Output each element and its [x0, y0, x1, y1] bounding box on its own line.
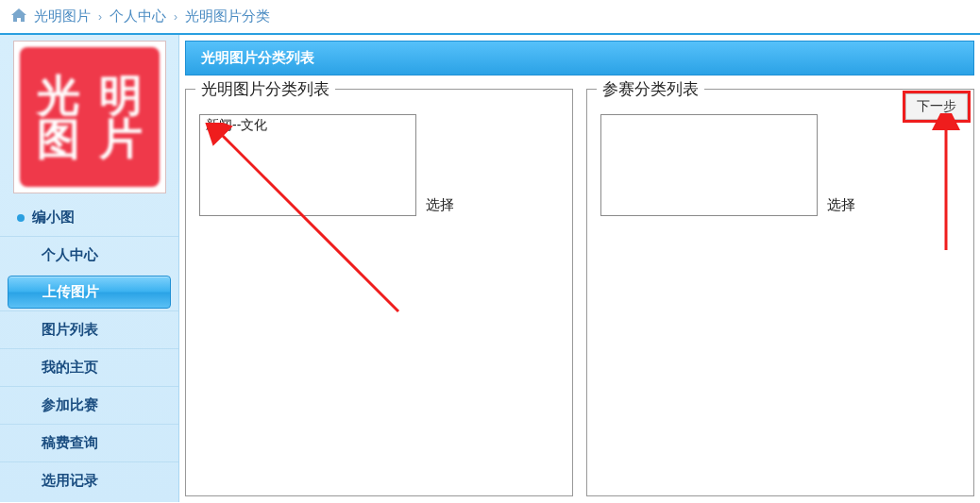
- next-button[interactable]: 下一步: [903, 91, 971, 123]
- contest-panel: 参赛分类列表 选择: [586, 89, 974, 496]
- logo-image: 光明 图片: [20, 47, 160, 187]
- sidebar-item-upload-image[interactable]: 上传图片: [8, 276, 171, 309]
- contest-listbox[interactable]: [600, 114, 818, 216]
- user-name: 编小图: [0, 205, 178, 236]
- category-panel: 光明图片分类列表 新闻--文化 选择: [185, 89, 573, 496]
- category-listbox[interactable]: 新闻--文化: [199, 114, 416, 216]
- breadcrumb-item-3[interactable]: 光明图片分类: [185, 8, 270, 25]
- contest-panel-legend: 参赛分类列表: [597, 78, 704, 100]
- content-area: 光明图片分类列表 光明图片分类列表 新闻--文化 选择 参赛分类列表 选择 下: [179, 35, 980, 502]
- chevron-right-icon: ›: [174, 10, 177, 24]
- select-button[interactable]: 选择: [827, 196, 855, 216]
- select-button[interactable]: 选择: [426, 196, 454, 216]
- sidebar-item-my-homepage[interactable]: 我的主页: [0, 348, 178, 386]
- chevron-right-icon: ›: [98, 10, 102, 24]
- logo-box: 光明 图片: [13, 41, 166, 193]
- sidebar-menu: 个人中心 上传图片 图片列表 我的主页 参加比赛 稿费查询 选用记录: [0, 236, 178, 499]
- category-panel-legend: 光明图片分类列表: [195, 78, 335, 100]
- content-header: 光明图片分类列表: [185, 41, 974, 75]
- sidebar-item-join-contest[interactable]: 参加比赛: [0, 386, 178, 424]
- sidebar: 光明 图片 编小图 个人中心 上传图片 图片列表 我的主页 参加比赛 稿费查询 …: [0, 35, 179, 502]
- user-name-label: 编小图: [32, 209, 75, 226]
- sidebar-item-image-list[interactable]: 图片列表: [0, 310, 178, 348]
- sidebar-item-personal-center[interactable]: 个人中心: [0, 236, 178, 274]
- sidebar-item-usage-records[interactable]: 选用记录: [0, 461, 178, 499]
- breadcrumb: 光明图片 › 个人中心 › 光明图片分类: [0, 0, 980, 33]
- breadcrumb-item-2[interactable]: 个人中心: [110, 8, 166, 25]
- list-item[interactable]: 新闻--文化: [200, 115, 415, 136]
- sidebar-item-fee-query[interactable]: 稿费查询: [0, 424, 178, 461]
- breadcrumb-item-1[interactable]: 光明图片: [34, 8, 91, 25]
- bullet-icon: [17, 214, 25, 222]
- home-icon: [11, 8, 26, 25]
